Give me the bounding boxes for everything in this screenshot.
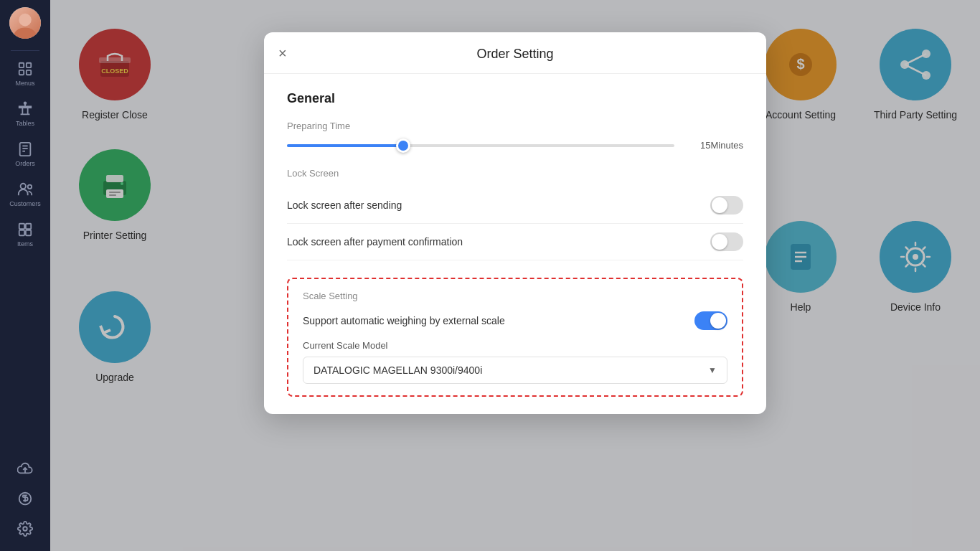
general-heading: General xyxy=(287,91,743,106)
lock-after-payment-row: Lock screen after payment confirmation xyxy=(287,224,743,260)
lock-after-payment-label: Lock screen after payment confirmation xyxy=(287,236,463,248)
sidebar-item-orders[interactable]: Orders xyxy=(0,134,50,174)
sidebar: Menus Tables Orders Customers xyxy=(0,0,50,551)
svg-rect-5 xyxy=(27,70,31,75)
preparing-time-slider-row: 15Minutes xyxy=(287,140,743,151)
sidebar-item-customers[interactable]: Customers xyxy=(0,174,50,215)
svg-rect-21 xyxy=(26,230,31,235)
sidebar-item-cloud[interactable] xyxy=(14,453,37,484)
sidebar-divider xyxy=(11,50,39,51)
svg-point-11 xyxy=(24,102,27,104)
lock-after-sending-row: Lock screen after sending xyxy=(287,187,743,224)
sidebar-item-settings[interactable] xyxy=(14,514,37,544)
svg-rect-3 xyxy=(27,63,31,67)
auto-weigh-label: Support automatic weighing by external s… xyxy=(303,315,505,326)
svg-point-17 xyxy=(28,185,32,189)
preparing-time-label: Preparing Time xyxy=(287,121,743,131)
modal-header: × Order Setting xyxy=(264,32,766,74)
sidebar-item-tables[interactable]: Tables xyxy=(0,94,50,134)
lock-after-payment-toggle[interactable] xyxy=(710,232,743,251)
auto-weigh-toggle[interactable] xyxy=(694,311,727,330)
toggle-knob-3 xyxy=(710,313,726,329)
sidebar-menus-label: Menus xyxy=(15,80,34,87)
svg-rect-6 xyxy=(19,106,32,108)
scale-setting-label: Scale Setting xyxy=(303,291,727,301)
lock-after-sending-label: Lock screen after sending xyxy=(287,199,402,211)
auto-weigh-row: Support automatic weighing by external s… xyxy=(303,311,727,330)
preparing-time-slider[interactable] xyxy=(287,144,674,147)
current-model-label: Current Scale Model xyxy=(303,340,727,351)
order-setting-modal: × Order Setting General Preparing Time 1… xyxy=(264,32,766,414)
scale-model-dropdown[interactable]: DATALOGIC MAGELLAN 9300i/9400i ▼ xyxy=(303,357,727,384)
svg-rect-20 xyxy=(19,230,24,235)
modal-close-button[interactable]: × xyxy=(278,46,287,60)
svg-rect-18 xyxy=(19,224,24,229)
toggle-knob xyxy=(712,197,727,213)
svg-point-1 xyxy=(14,28,37,39)
svg-rect-2 xyxy=(19,63,24,67)
sidebar-tables-label: Tables xyxy=(16,120,34,127)
modal-title: Order Setting xyxy=(476,47,553,62)
svg-point-16 xyxy=(21,184,26,189)
scale-model-value: DATALOGIC MAGELLAN 9300i/9400i xyxy=(314,364,482,376)
svg-point-0 xyxy=(19,14,32,27)
modal-body: General Preparing Time 15Minutes Lock Sc… xyxy=(264,74,766,414)
preparing-time-value: 15Minutes xyxy=(686,140,743,151)
sidebar-item-menus[interactable]: Menus xyxy=(0,54,50,94)
sidebar-orders-label: Orders xyxy=(15,160,35,167)
toggle-knob-2 xyxy=(712,234,727,250)
main-content: CLOSED Register Close Printer Setting xyxy=(50,0,980,551)
modal-overlay: × Order Setting General Preparing Time 1… xyxy=(50,0,980,551)
slider-thumb xyxy=(396,138,410,153)
avatar[interactable] xyxy=(9,7,41,39)
lock-screen-label: Lock Screen xyxy=(287,168,743,179)
lock-screen-section: Lock Screen Lock screen after sending Lo… xyxy=(287,168,743,260)
scale-setting-section: Scale Setting Support automatic weighing… xyxy=(287,278,743,397)
svg-point-25 xyxy=(23,527,27,531)
sidebar-items-label: Items xyxy=(17,240,33,248)
dropdown-arrow-icon: ▼ xyxy=(708,365,717,375)
svg-rect-4 xyxy=(19,70,24,75)
lock-after-sending-toggle[interactable] xyxy=(710,196,743,215)
slider-fill xyxy=(287,144,403,147)
svg-rect-19 xyxy=(26,224,31,229)
sidebar-item-dollar[interactable] xyxy=(14,484,37,514)
sidebar-item-items[interactable]: Items xyxy=(0,215,50,255)
sidebar-customers-label: Customers xyxy=(9,200,41,207)
